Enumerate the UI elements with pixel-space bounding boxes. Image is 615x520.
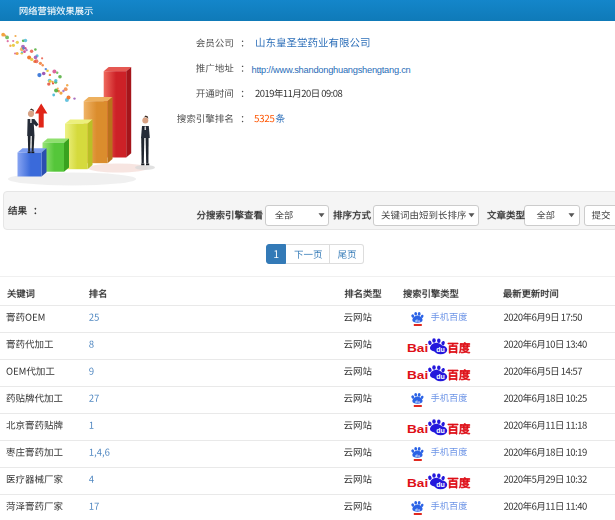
svg-text:http://www.shandonghuangshengt: http://www.shandonghuangshengtang.cn (252, 65, 411, 75)
